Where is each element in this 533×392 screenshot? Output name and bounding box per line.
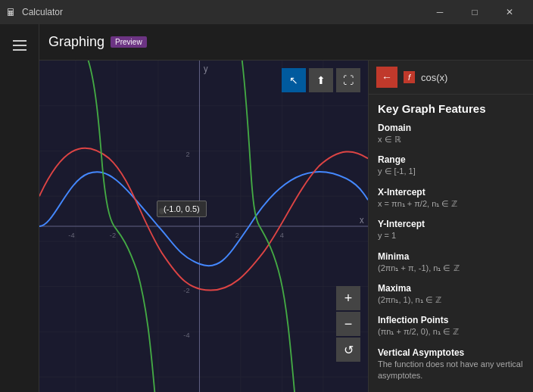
graph-svg: y x -4 -2 2 4 2 -2 -4 xyxy=(39,61,368,392)
feature-value: (πn₁ + π/2, 0), n₁ ∈ ℤ xyxy=(378,326,524,338)
cursor-icon: ↖ xyxy=(289,74,298,86)
reset-zoom-button[interactable]: ↺ xyxy=(336,338,360,362)
sidebar xyxy=(0,24,39,392)
feature-item: Maxima(2πn₁, 1), n₁ ∈ ℤ xyxy=(369,280,533,312)
title-bar-controls: ─ □ ✕ xyxy=(422,0,527,24)
feature-value: x ∈ ℝ xyxy=(378,134,524,145)
maximize-button[interactable]: □ xyxy=(457,0,492,24)
hamburger-button[interactable] xyxy=(5,30,35,61)
hamburger-line xyxy=(13,49,26,51)
feature-name: Maxima xyxy=(378,283,524,294)
main-content: y x -4 -2 2 4 2 -2 -4 xyxy=(39,61,533,392)
panel-title: Key Graph Features xyxy=(369,95,533,120)
expand-icon: ⛶ xyxy=(343,74,354,86)
feature-name: Range xyxy=(378,154,524,165)
feature-item: Y-Intercepty = 1 xyxy=(369,216,533,247)
back-button[interactable]: ← xyxy=(376,67,397,88)
hamburger-line xyxy=(13,40,26,42)
svg-text:y: y xyxy=(204,64,208,73)
feature-value: x = πn₁ + π/2, n₁ ∈ ℤ xyxy=(378,198,524,210)
feature-item: Horizontal AsymptotesThe function does n… xyxy=(369,388,533,392)
feature-name: Minima xyxy=(378,251,524,262)
feature-item: X-Interceptx = πn₁ + π/2, n₁ ∈ ℤ xyxy=(369,184,533,216)
feature-item: Domainx ∈ ℝ xyxy=(369,120,533,151)
zoom-controls: + − ↺ xyxy=(336,286,360,362)
cursor-tool-button[interactable]: ↖ xyxy=(282,68,306,92)
share-icon: ⬆ xyxy=(316,74,326,86)
function-expression: cos(x) xyxy=(421,72,447,83)
header-bar: Graphing Preview xyxy=(39,24,533,61)
page-title: Graphing xyxy=(48,34,104,50)
back-icon: ← xyxy=(382,71,392,83)
feature-name: X-Intercept xyxy=(378,187,524,198)
preview-badge: Preview xyxy=(111,36,147,48)
minimize-button[interactable]: ─ xyxy=(422,0,457,24)
share-tool-button[interactable]: ⬆ xyxy=(309,68,333,92)
feature-value: The function does not have any vertical … xyxy=(378,359,524,382)
close-button[interactable]: ✕ xyxy=(492,0,527,24)
svg-text:2: 2 xyxy=(185,150,189,158)
hamburger-line xyxy=(13,45,26,46)
graph-area[interactable]: y x -4 -2 2 4 2 -2 -4 xyxy=(39,61,368,392)
svg-text:x: x xyxy=(360,216,364,225)
svg-point-26 xyxy=(159,208,164,214)
svg-text:-4: -4 xyxy=(183,331,190,339)
feature-item: Minima(2πn₁ + π, -1), n₁ ∈ ℤ xyxy=(369,248,533,280)
expand-tool-button[interactable]: ⛶ xyxy=(336,68,360,92)
feature-item: Vertical AsymptotesThe function does not… xyxy=(369,344,533,388)
svg-text:-2: -2 xyxy=(183,285,189,294)
function-symbol-badge: f xyxy=(404,71,415,83)
title-bar: 🖩 Calculator ─ □ ✕ xyxy=(0,0,533,24)
app-container: Graphing Preview xyxy=(0,24,533,392)
feature-value: y ∈ [-1, 1] xyxy=(378,166,524,177)
app-name: Calculator xyxy=(22,7,63,17)
feature-name: Y-Intercept xyxy=(378,219,524,229)
feature-value: (2πn₁ + π, -1), n₁ ∈ ℤ xyxy=(378,263,524,274)
svg-text:2: 2 xyxy=(235,231,239,239)
svg-text:-2: -2 xyxy=(110,231,116,239)
feature-item: Rangey ∈ [-1, 1] xyxy=(369,151,533,183)
content-area: Graphing Preview xyxy=(39,24,533,392)
svg-text:-4: -4 xyxy=(68,231,75,239)
feature-item: Inflection Points(πn₁ + π/2, 0), n₁ ∈ ℤ xyxy=(369,312,533,344)
feature-value: (2πn₁, 1), n₁ ∈ ℤ xyxy=(378,294,524,306)
app-icon: 🖩 xyxy=(6,7,16,18)
feature-name: Vertical Asymptotes xyxy=(378,347,524,358)
svg-text:4: 4 xyxy=(280,231,285,239)
feature-name: Domain xyxy=(378,123,524,133)
zoom-in-button[interactable]: + xyxy=(336,286,360,310)
features-list: Domainx ∈ ℝRangey ∈ [-1, 1]X-Interceptx … xyxy=(369,120,533,392)
feature-value: y = 1 xyxy=(378,230,524,241)
panel-header: ← f cos(x) xyxy=(369,61,533,95)
right-panel: ← f cos(x) Key Graph Features Domainx ∈ … xyxy=(368,61,533,392)
title-bar-left: 🖩 Calculator xyxy=(6,7,63,18)
zoom-out-button[interactable]: − xyxy=(336,312,360,336)
graph-toolbar: ↖ ⬆ ⛶ xyxy=(282,68,360,92)
feature-name: Inflection Points xyxy=(378,315,524,325)
